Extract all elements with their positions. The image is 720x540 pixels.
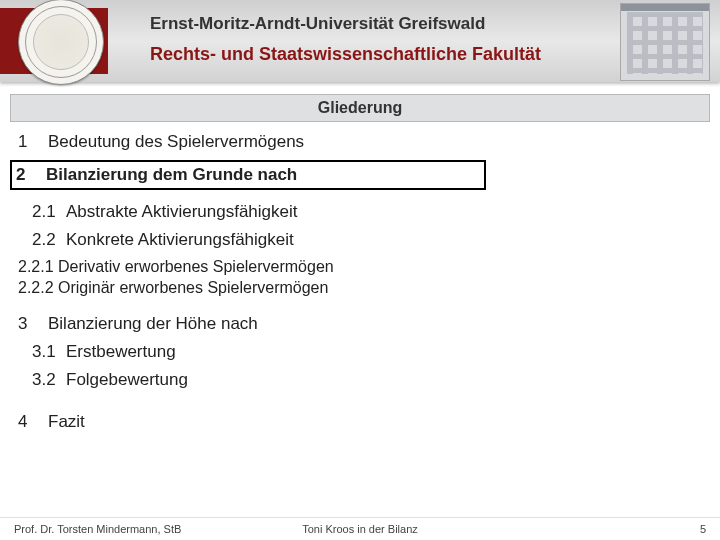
university-seal-icon — [18, 0, 104, 85]
outline-number: 3.1 — [32, 342, 66, 362]
outline-item-4: 4 Fazit — [18, 412, 700, 432]
outline-list: 1 Bedeutung des Spielervermögens 2 Bilan… — [18, 124, 700, 440]
page-number: 5 — [700, 523, 706, 535]
outline-item-2-2: 2.2 Konkrete Aktivierungsfähigkeit — [32, 230, 700, 250]
footer-author: Prof. Dr. Torsten Mindermann, StB — [14, 523, 181, 535]
section-title: Gliederung — [10, 94, 710, 122]
outline-text: Fazit — [48, 412, 85, 432]
outline-item-2-1: 2.1 Abstrakte Aktivierungsfähigkeit — [32, 202, 700, 222]
outline-text: Bilanzierung der Höhe nach — [48, 314, 258, 334]
outline-number: 1 — [18, 132, 48, 152]
outline-number: 2 — [16, 165, 46, 185]
building-icon — [620, 3, 710, 81]
outline-item-2-2-1: 2.2.1 Derivativ erworbenes Spielervermög… — [18, 258, 700, 276]
outline-number: 3 — [18, 314, 48, 334]
outline-item-3-2: 3.2 Folgebewertung — [32, 370, 700, 390]
outline-number: 4 — [18, 412, 48, 432]
outline-number: 2.2 — [32, 230, 66, 250]
outline-text: Konkrete Aktivierungsfähigkeit — [66, 230, 294, 250]
outline-text: Folgebewertung — [66, 370, 188, 390]
outline-text: Bilanzierung dem Grunde nach — [46, 165, 297, 185]
outline-item-1: 1 Bedeutung des Spielervermögens — [18, 132, 700, 152]
outline-number: 2.1 — [32, 202, 66, 222]
outline-text: Erstbewertung — [66, 342, 176, 362]
outline-text: Abstrakte Aktivierungsfähigkeit — [66, 202, 298, 222]
university-name: Ernst-Moritz-Arndt-Universität Greifswal… — [150, 14, 541, 34]
outline-item-2-highlighted: 2 Bilanzierung dem Grunde nach — [10, 160, 486, 190]
outline-text: Bedeutung des Spielervermögens — [48, 132, 304, 152]
header-text: Ernst-Moritz-Arndt-Universität Greifswal… — [150, 14, 541, 65]
slide-header: Ernst-Moritz-Arndt-Universität Greifswal… — [0, 0, 720, 82]
outline-item-2-2-2: 2.2.2 Originär erworbenes Spielervermöge… — [18, 279, 700, 297]
outline-item-3-1: 3.1 Erstbewertung — [32, 342, 700, 362]
footer-title: Toni Kroos in der Bilanz — [302, 523, 418, 535]
outline-number: 3.2 — [32, 370, 66, 390]
slide-footer: Prof. Dr. Torsten Mindermann, StB Toni K… — [0, 517, 720, 540]
faculty-name: Rechts- und Staatswissenschaftliche Faku… — [150, 44, 541, 65]
outline-item-3: 3 Bilanzierung der Höhe nach — [18, 314, 700, 334]
